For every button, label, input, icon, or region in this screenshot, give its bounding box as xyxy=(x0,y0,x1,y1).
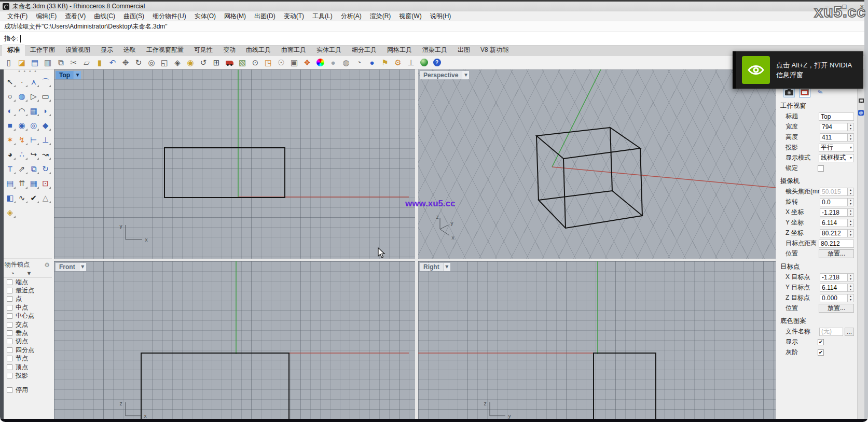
menu-item-6[interactable]: 实体(O) xyxy=(190,12,220,21)
web-help-icon[interactable]: @ xyxy=(858,110,864,116)
lock-icon[interactable]: ▣ xyxy=(288,57,300,68)
osnap-checkbox[interactable] xyxy=(7,330,12,336)
spinner-up-icon[interactable]: ▴ xyxy=(848,199,853,202)
point-tool-icon[interactable]: ∙ xyxy=(16,76,28,87)
prop-checkbox[interactable]: ✔ xyxy=(818,349,824,356)
display-panel-icon[interactable] xyxy=(859,99,864,103)
surface-patch-tool-icon[interactable]: ◆ xyxy=(39,119,51,131)
viewport-top-canvas[interactable]: Top▾ y x xyxy=(54,69,415,259)
menu-item-10[interactable]: 工具(L) xyxy=(308,12,337,21)
prop-value-box[interactable]: 6.114 xyxy=(820,284,848,292)
box-tool-icon[interactable]: ■ xyxy=(4,119,16,131)
viewport-right-label[interactable]: Right▾ xyxy=(420,263,450,271)
osnap-checkbox[interactable] xyxy=(7,356,12,361)
prop-dropdown[interactable]: 线框模式▾ xyxy=(819,154,854,162)
help-icon[interactable]: ? xyxy=(431,57,443,68)
new-file-icon[interactable]: ▯ xyxy=(3,57,15,68)
spinner[interactable]: ▴▾ xyxy=(848,294,854,302)
spinner-up-icon[interactable]: ▴ xyxy=(848,209,853,213)
ellipse-tool-icon[interactable]: ◍ xyxy=(16,90,28,102)
toolbar-tab-0[interactable]: 标准 xyxy=(2,44,25,56)
blend-curve-tool-icon[interactable]: ↝ xyxy=(39,148,51,160)
lamp-icon[interactable]: ☉ xyxy=(275,57,287,68)
toolbar-tab-4[interactable]: 选取 xyxy=(118,44,141,56)
deform-tool-icon[interactable]: ◧ xyxy=(4,192,16,203)
save-icon[interactable]: ▤ xyxy=(29,57,40,68)
menu-item-14[interactable]: 说明(H) xyxy=(426,12,456,21)
spinner-down-icon[interactable]: ▾ xyxy=(848,202,853,206)
check-tool-icon[interactable]: ✔ xyxy=(28,192,40,203)
spinner[interactable]: ▴▾ xyxy=(848,123,854,131)
restore-button[interactable]: □ xyxy=(843,3,847,10)
named-views-icon[interactable] xyxy=(224,57,235,68)
cut-icon[interactable]: ✂ xyxy=(68,57,79,68)
toolbar-tab-15[interactable]: V8 新功能 xyxy=(475,44,514,56)
paste-icon[interactable]: ▮ xyxy=(94,57,105,68)
minimize-button[interactable]: – xyxy=(825,3,829,10)
box-outline-top[interactable] xyxy=(164,148,285,198)
copy-icon[interactable]: ▱ xyxy=(81,57,92,68)
menu-item-8[interactable]: 出图(D) xyxy=(250,12,280,21)
toolbar-tab-5[interactable]: 工作视窗配置 xyxy=(141,44,189,56)
layers-icon[interactable]: ❖ xyxy=(301,57,313,68)
spinner-down-icon[interactable]: ▾ xyxy=(848,213,853,216)
spinner-down-icon[interactable]: ▾ xyxy=(848,298,853,302)
curve-tool-icon[interactable]: ⌒ xyxy=(39,76,51,87)
gear-options-icon[interactable]: ⚙ xyxy=(392,57,404,68)
move-tool-icon[interactable]: ⇗ xyxy=(16,163,28,174)
viewport-front-label[interactable]: Front▾ xyxy=(56,263,86,271)
menu-item-11[interactable]: 分析(A) xyxy=(337,12,366,21)
extrude-tool-icon[interactable]: ⇈ xyxy=(16,177,28,189)
spinner[interactable]: ▴▾ xyxy=(848,198,854,206)
polygon-tool-icon[interactable]: ▷ xyxy=(28,90,40,102)
shaded-sphere-icon[interactable]: ● xyxy=(327,57,339,68)
trim-tool-icon[interactable]: ⊥ xyxy=(39,134,51,145)
palette-drag-handle[interactable]: • • • • xyxy=(4,69,52,75)
osnap-checkbox[interactable] xyxy=(7,373,12,378)
viewport-front-dropdown-icon[interactable]: ▾ xyxy=(79,263,86,271)
osnap-checkbox[interactable] xyxy=(7,387,12,393)
viewport-splitter-horizontal[interactable] xyxy=(54,259,776,261)
copy-to-clipboard-icon[interactable]: ⧉ xyxy=(55,57,66,68)
menu-item-2[interactable]: 查看(V) xyxy=(61,12,90,21)
rotate-view-icon[interactable]: ↻ xyxy=(133,57,144,68)
spinner-down-icon[interactable]: ▾ xyxy=(848,233,853,237)
surface-tools-icon[interactable]: ▤ xyxy=(4,177,16,189)
toolbar-tab-12[interactable]: 网格工具 xyxy=(382,44,417,56)
box-outline-right[interactable] xyxy=(594,353,656,419)
toolbar-tab-9[interactable]: 曲面工具 xyxy=(276,44,311,56)
rectangle-tool-icon[interactable]: ▭ xyxy=(39,90,51,102)
file-name-box[interactable]: (无) xyxy=(819,328,843,336)
surface-grid-tool-icon[interactable]: ▦ xyxy=(28,105,40,116)
prop-checkbox[interactable] xyxy=(818,165,824,172)
spinner[interactable]: ▴▾ xyxy=(848,273,854,282)
sphere-tool-icon[interactable]: ◉ xyxy=(16,119,28,131)
osnap-checkbox[interactable] xyxy=(7,305,12,311)
ghosted-sphere-icon[interactable]: ◔ xyxy=(353,57,365,68)
osnap-checkbox[interactable] xyxy=(7,322,12,328)
torus-tool-icon[interactable]: ◎ xyxy=(28,119,40,131)
four-viewports-icon[interactable]: ⊞ xyxy=(211,57,222,68)
box-outline-front[interactable] xyxy=(141,353,289,419)
viewport-right-dropdown-icon[interactable]: ▾ xyxy=(443,263,450,271)
spinner[interactable]: ▴▾ xyxy=(848,284,854,292)
menu-item-4[interactable]: 曲面(S) xyxy=(119,12,148,21)
cone-tool-icon[interactable]: △ xyxy=(39,192,51,203)
flag-icon[interactable]: ⚑ xyxy=(379,57,391,68)
map-icon[interactable]: ▧ xyxy=(237,57,248,68)
close-button[interactable]: × xyxy=(860,3,864,10)
spinner[interactable]: ▴▾ xyxy=(848,219,854,227)
spinner[interactable]: ▴▾ xyxy=(848,188,854,196)
array-tool-icon[interactable]: ▦ xyxy=(28,177,40,189)
open-file-icon[interactable]: ◪ xyxy=(16,57,27,68)
osnap-checkbox[interactable] xyxy=(7,296,12,302)
prop-value-box[interactable]: 794 xyxy=(820,123,848,131)
split-tool-icon[interactable]: ⊢ xyxy=(28,134,40,145)
bend-tool-icon[interactable]: ∿ xyxy=(16,192,28,203)
nvidia-overlay-toast[interactable]: 点击 Alt+Z，打开 NVIDIA 信息浮窗 xyxy=(733,51,863,89)
color-wheel-icon[interactable] xyxy=(314,57,326,68)
osnap-checkbox[interactable] xyxy=(7,313,12,319)
earth-globe-icon[interactable] xyxy=(418,57,430,68)
prop-value-box[interactable]: -1.218 xyxy=(820,273,848,282)
spinner-down-icon[interactable]: ▾ xyxy=(848,192,853,195)
